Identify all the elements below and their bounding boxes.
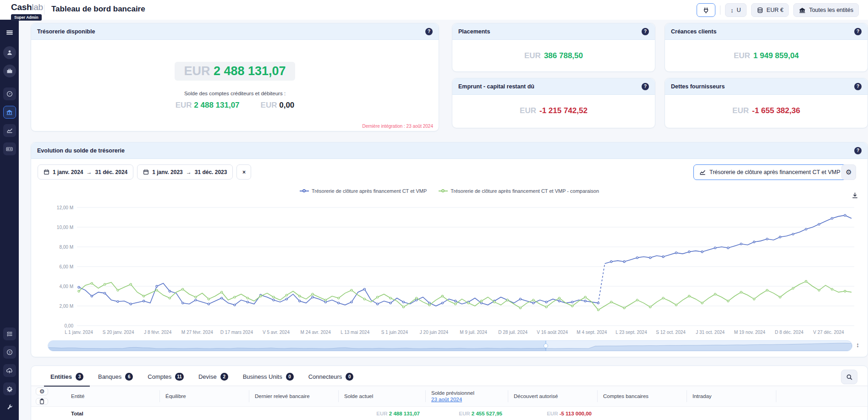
legend-item-comparison[interactable]: Trésorerie de clôture après financement …: [439, 188, 599, 194]
range-start: 1 janv. 2024: [53, 169, 83, 175]
tab-business-units[interactable]: Business Units 0: [236, 368, 300, 386]
svg-text:4,00 M: 4,00 M: [59, 284, 73, 289]
tab-entities[interactable]: Entities 3: [44, 368, 90, 386]
svg-text:L 1 janv. 2024: L 1 janv. 2024: [65, 330, 93, 335]
calendar-icon: [44, 169, 49, 175]
card-title: Placements: [458, 28, 490, 35]
col-intraday[interactable]: Intraday: [687, 390, 776, 402]
card-dettes-fournisseurs: Dettes fournisseurs? EUR-1 655 382,36: [665, 78, 868, 128]
tab-label: Devise: [198, 373, 217, 380]
tab-comptes[interactable]: Comptes 11: [141, 368, 190, 386]
series-selector-button[interactable]: Trésorerie de clôture après financement …: [693, 164, 846, 180]
chart-line-icon: [6, 127, 13, 134]
card-evolution-solde: Evolution du solde de trésorerie ? 1 jan…: [31, 142, 868, 357]
chart-expand-icon[interactable]: ↕: [856, 341, 859, 349]
download-icon[interactable]: [852, 192, 858, 199]
solde-previsionnel-date-link[interactable]: 23 août 2024: [431, 397, 502, 402]
sidebar-item-import[interactable]: [3, 364, 16, 377]
logo-text-secondary: lab: [32, 2, 43, 12]
col-label: Solde prévisionnel: [431, 390, 502, 396]
help-icon[interactable]: ?: [425, 28, 433, 35]
svg-text:6,00 M: 6,00 M: [59, 264, 73, 269]
table-header-row: ⚙ Entité Équilibre Dernier relevé bancai…: [31, 386, 868, 406]
table-settings-button[interactable]: ⚙: [36, 387, 48, 395]
sidebar-item-bank-dashboard[interactable]: [3, 106, 16, 119]
col-equilibre[interactable]: Équilibre: [159, 390, 249, 402]
help-icon: ?: [6, 349, 13, 355]
sidebar-item-tasks[interactable]: [3, 327, 16, 340]
gear-icon: [6, 386, 13, 392]
svg-text:V 5 avr. 2024: V 5 avr. 2024: [263, 330, 290, 335]
integration-plug-button[interactable]: [697, 3, 715, 17]
top-bar: Cashlab Super Admin Tableau de bord banc…: [0, 0, 868, 20]
sidebar-item-settings[interactable]: [3, 382, 16, 395]
date-range-2024[interactable]: 1 janv. 2024 → 31 déc. 2024: [38, 164, 133, 180]
svg-text:0,00: 0,00: [65, 323, 74, 328]
chart-settings-button[interactable]: ⚙: [841, 164, 856, 180]
card-title: Trésorerie disponible: [37, 28, 95, 35]
chart-zoom-brush[interactable]: [48, 340, 852, 351]
range-start: 1 janv. 2023: [152, 169, 183, 175]
card-value: EUR-1 655 382,36: [665, 95, 868, 126]
svg-text:8,00 M: 8,00 M: [59, 245, 73, 250]
sidebar-item-payments[interactable]: [3, 142, 16, 155]
svg-text:D 17 mars 2024: D 17 mars 2024: [220, 330, 253, 335]
sidebar-item-help[interactable]: ?: [3, 346, 16, 359]
search-button[interactable]: [841, 370, 857, 384]
col-solde-actuel[interactable]: Solde actuel: [338, 390, 425, 402]
date-range-2023[interactable]: 1 janv. 2023 → 31 déc. 2023: [137, 164, 233, 180]
tab-count-badge: 11: [175, 373, 184, 381]
sidebar-item-dashboard[interactable]: [3, 87, 16, 100]
range-end: 31 déc. 2023: [195, 169, 227, 175]
tab-banques[interactable]: Banques 6: [92, 368, 139, 386]
svg-text:S 20 janv. 2024: S 20 janv. 2024: [103, 330, 134, 335]
col-entite[interactable]: Entité: [66, 390, 159, 402]
app-logo[interactable]: Cashlab Super Admin: [11, 2, 43, 21]
currency-label: EUR €: [767, 7, 784, 13]
tab-devise[interactable]: Devise 2: [192, 368, 235, 386]
tab-connecteurs[interactable]: Connecteurs 0: [302, 368, 360, 386]
sidebar-item-tools[interactable]: [3, 401, 16, 414]
checklist-icon: [6, 331, 13, 337]
col-decouvert[interactable]: Découvert autorisé: [508, 390, 597, 402]
tab-label: Comptes: [148, 373, 171, 380]
sidebar-item-user[interactable]: [3, 46, 16, 59]
plug-icon: [703, 7, 709, 14]
col-comptes-bancaires[interactable]: Comptes bancaires: [597, 390, 687, 402]
divider: [44, 5, 44, 15]
col-solde-previsionnel[interactable]: Solde prévisionnel 23 août 2024: [425, 390, 508, 402]
legend-item-main[interactable]: Trésorerie de clôture après financement …: [300, 188, 427, 194]
svg-text:V 16 août 2024: V 16 août 2024: [537, 330, 568, 335]
copy-button[interactable]: [36, 398, 48, 405]
bank-icon: [6, 109, 13, 116]
menu-icon[interactable]: [3, 26, 16, 39]
entities-selector-button[interactable]: Toutes les entités: [793, 3, 859, 17]
total-solde-previsionnel: EUR 2 455 527,95: [425, 411, 508, 416]
currency-selector-button[interactable]: EUR €: [751, 3, 789, 17]
help-icon[interactable]: ?: [854, 83, 862, 90]
amount-value: 2 488 131,07: [214, 64, 286, 78]
treasury-line-chart[interactable]: 12,00 M10,00 M8,00 M6,00 M4,00 M2,00 M0,…: [35, 201, 864, 338]
help-icon[interactable]: ?: [854, 28, 862, 35]
help-icon[interactable]: ?: [854, 147, 862, 154]
wrench-icon: [6, 404, 13, 410]
card-placements: Placements? EUR386 788,50: [452, 23, 655, 72]
help-icon[interactable]: ?: [642, 83, 649, 90]
sidebar-item-analytics[interactable]: [3, 124, 16, 137]
sidebar-item-briefcase[interactable]: [3, 65, 16, 77]
chart-legend: Trésorerie de clôture après financement …: [31, 188, 868, 194]
unit-selector-button[interactable]: ↕ U: [725, 3, 747, 17]
up-down-icon: ↕: [731, 7, 734, 14]
tresorerie-total-value: EUR 2 488 131,07: [175, 62, 295, 81]
unit-label: U: [737, 7, 741, 13]
arrow-right-icon: →: [87, 169, 92, 175]
clear-comparison-button[interactable]: ×: [236, 164, 251, 180]
gear-icon: ⚙: [846, 168, 852, 176]
col-dernier-releve[interactable]: Dernier relevé bancaire: [249, 390, 338, 402]
card-header: Evolution du solde de trésorerie ?: [31, 142, 868, 159]
total-decouvert: EUR -5 113 000,00: [508, 411, 597, 416]
chart-toolbar: 1 janv. 2024 → 31 déc. 2024 1 janv. 2023…: [38, 164, 251, 180]
tabs-bar: Entities 3 Banques 6 Comptes 11 Devise 2…: [31, 366, 868, 386]
help-icon[interactable]: ?: [642, 28, 649, 35]
tab-count-badge: 6: [125, 373, 133, 381]
